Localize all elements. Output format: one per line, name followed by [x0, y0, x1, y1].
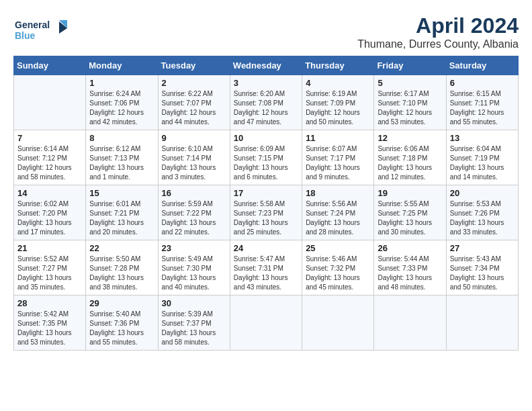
day-info: Sunrise: 5:40 AM Sunset: 7:36 PM Dayligh…	[89, 310, 154, 347]
week-row-3: 14Sunrise: 6:02 AM Sunset: 7:20 PM Dayli…	[14, 185, 519, 240]
calendar-cell: 10Sunrise: 6:09 AM Sunset: 7:15 PM Dayli…	[230, 130, 302, 185]
week-row-2: 7Sunrise: 6:14 AM Sunset: 7:12 PM Daylig…	[14, 130, 519, 185]
day-number: 24	[234, 243, 298, 253]
day-number: 12	[378, 133, 442, 143]
day-number: 28	[17, 298, 82, 308]
day-number: 7	[17, 133, 82, 143]
logo-text: General Blue	[13, 13, 74, 46]
calendar-cell: 21Sunrise: 5:52 AM Sunset: 7:27 PM Dayli…	[14, 240, 86, 295]
day-info: Sunrise: 5:43 AM Sunset: 7:34 PM Dayligh…	[450, 255, 515, 292]
day-info: Sunrise: 5:52 AM Sunset: 7:27 PM Dayligh…	[17, 255, 82, 292]
day-number: 17	[234, 188, 298, 198]
day-info: Sunrise: 5:55 AM Sunset: 7:25 PM Dayligh…	[378, 199, 442, 237]
svg-text:General: General	[15, 19, 50, 30]
day-number: 6	[450, 78, 515, 88]
calendar-cell: 14Sunrise: 6:02 AM Sunset: 7:20 PM Dayli…	[14, 185, 86, 240]
day-info: Sunrise: 5:49 AM Sunset: 7:30 PM Dayligh…	[162, 255, 226, 292]
calendar-cell: 19Sunrise: 5:55 AM Sunset: 7:25 PM Dayli…	[374, 185, 446, 240]
calendar-cell: 26Sunrise: 5:44 AM Sunset: 7:33 PM Dayli…	[374, 240, 446, 295]
day-info: Sunrise: 5:59 AM Sunset: 7:22 PM Dayligh…	[162, 199, 226, 237]
day-info: Sunrise: 5:46 AM Sunset: 7:32 PM Dayligh…	[306, 255, 370, 292]
day-number: 10	[234, 133, 298, 143]
day-info: Sunrise: 6:20 AM Sunset: 7:08 PM Dayligh…	[234, 89, 298, 127]
calendar-cell: 7Sunrise: 6:14 AM Sunset: 7:12 PM Daylig…	[14, 130, 86, 185]
calendar-cell: 3Sunrise: 6:20 AM Sunset: 7:08 PM Daylig…	[230, 75, 302, 130]
day-info: Sunrise: 6:09 AM Sunset: 7:15 PM Dayligh…	[234, 144, 298, 182]
day-info: Sunrise: 6:19 AM Sunset: 7:09 PM Dayligh…	[306, 89, 370, 127]
calendar-cell: 1Sunrise: 6:24 AM Sunset: 7:06 PM Daylig…	[86, 75, 158, 130]
day-info: Sunrise: 6:02 AM Sunset: 7:20 PM Dayligh…	[17, 199, 82, 237]
subtitle: Thumane, Durres County, Albania	[357, 38, 519, 50]
day-info: Sunrise: 6:14 AM Sunset: 7:12 PM Dayligh…	[17, 144, 82, 182]
day-number: 11	[306, 133, 370, 143]
week-row-5: 28Sunrise: 5:42 AM Sunset: 7:35 PM Dayli…	[14, 295, 519, 351]
calendar-cell: 12Sunrise: 6:06 AM Sunset: 7:18 PM Dayli…	[374, 130, 446, 185]
calendar-cell	[374, 295, 446, 351]
day-info: Sunrise: 6:22 AM Sunset: 7:07 PM Dayligh…	[162, 89, 226, 127]
day-number: 1	[89, 78, 154, 88]
calendar-cell	[302, 295, 374, 351]
day-info: Sunrise: 5:39 AM Sunset: 7:37 PM Dayligh…	[162, 310, 226, 347]
calendar-cell: 11Sunrise: 6:07 AM Sunset: 7:17 PM Dayli…	[302, 130, 374, 185]
day-number: 30	[162, 298, 226, 308]
header-thursday: Thursday	[302, 56, 374, 75]
calendar-cell: 2Sunrise: 6:22 AM Sunset: 7:07 PM Daylig…	[158, 75, 230, 130]
calendar-cell: 9Sunrise: 6:10 AM Sunset: 7:14 PM Daylig…	[158, 130, 230, 185]
day-number: 26	[378, 243, 442, 253]
day-number: 9	[162, 133, 226, 143]
day-info: Sunrise: 5:42 AM Sunset: 7:35 PM Dayligh…	[17, 310, 82, 347]
day-info: Sunrise: 5:53 AM Sunset: 7:26 PM Dayligh…	[450, 199, 515, 237]
calendar-cell: 23Sunrise: 5:49 AM Sunset: 7:30 PM Dayli…	[158, 240, 230, 295]
logo: General Blue	[13, 13, 74, 46]
calendar-cell: 4Sunrise: 6:19 AM Sunset: 7:09 PM Daylig…	[302, 75, 374, 130]
day-info: Sunrise: 6:15 AM Sunset: 7:11 PM Dayligh…	[450, 89, 515, 127]
day-number: 19	[378, 188, 442, 198]
day-info: Sunrise: 6:10 AM Sunset: 7:14 PM Dayligh…	[162, 144, 226, 182]
week-row-1: 1Sunrise: 6:24 AM Sunset: 7:06 PM Daylig…	[14, 75, 519, 130]
main-title: April 2024	[357, 13, 519, 38]
day-number: 13	[450, 133, 515, 143]
day-number: 25	[306, 243, 370, 253]
header-friday: Friday	[374, 56, 446, 75]
day-info: Sunrise: 6:24 AM Sunset: 7:06 PM Dayligh…	[89, 89, 154, 127]
calendar-cell: 8Sunrise: 6:12 AM Sunset: 7:13 PM Daylig…	[86, 130, 158, 185]
day-info: Sunrise: 6:07 AM Sunset: 7:17 PM Dayligh…	[306, 144, 370, 182]
header-monday: Monday	[86, 56, 158, 75]
day-number: 27	[450, 243, 515, 253]
day-number: 4	[306, 78, 370, 88]
title-section: April 2024 Thumane, Durres County, Alban…	[357, 13, 519, 50]
weekday-header-row: Sunday Monday Tuesday Wednesday Thursday…	[14, 56, 519, 75]
calendar-cell: 6Sunrise: 6:15 AM Sunset: 7:11 PM Daylig…	[446, 75, 518, 130]
calendar-cell: 30Sunrise: 5:39 AM Sunset: 7:37 PM Dayli…	[158, 295, 230, 351]
page-header: General Blue April 2024 Thumane, Durres …	[13, 13, 519, 50]
calendar-cell: 25Sunrise: 5:46 AM Sunset: 7:32 PM Dayli…	[302, 240, 374, 295]
day-number: 23	[162, 243, 226, 253]
calendar-cell: 28Sunrise: 5:42 AM Sunset: 7:35 PM Dayli…	[14, 295, 86, 351]
calendar-table: Sunday Monday Tuesday Wednesday Thursday…	[13, 56, 519, 351]
calendar-cell: 13Sunrise: 6:04 AM Sunset: 7:19 PM Dayli…	[446, 130, 518, 185]
svg-text:Blue: Blue	[15, 30, 36, 41]
day-info: Sunrise: 5:50 AM Sunset: 7:28 PM Dayligh…	[89, 255, 154, 292]
calendar-cell: 27Sunrise: 5:43 AM Sunset: 7:34 PM Dayli…	[446, 240, 518, 295]
calendar-cell	[446, 295, 518, 351]
day-number: 14	[17, 188, 82, 198]
day-info: Sunrise: 5:56 AM Sunset: 7:24 PM Dayligh…	[306, 199, 370, 237]
week-row-4: 21Sunrise: 5:52 AM Sunset: 7:27 PM Dayli…	[14, 240, 519, 295]
day-info: Sunrise: 6:12 AM Sunset: 7:13 PM Dayligh…	[89, 144, 154, 182]
calendar-cell: 16Sunrise: 5:59 AM Sunset: 7:22 PM Dayli…	[158, 185, 230, 240]
day-number: 20	[450, 188, 515, 198]
day-number: 21	[17, 243, 82, 253]
day-number: 15	[89, 188, 154, 198]
header-sunday: Sunday	[14, 56, 86, 75]
day-number: 8	[89, 133, 154, 143]
calendar-cell: 17Sunrise: 5:58 AM Sunset: 7:23 PM Dayli…	[230, 185, 302, 240]
calendar-cell: 20Sunrise: 5:53 AM Sunset: 7:26 PM Dayli…	[446, 185, 518, 240]
day-number: 2	[162, 78, 226, 88]
day-number: 5	[378, 78, 442, 88]
calendar-cell	[14, 75, 86, 130]
calendar-cell: 22Sunrise: 5:50 AM Sunset: 7:28 PM Dayli…	[86, 240, 158, 295]
calendar-cell	[230, 295, 302, 351]
header-wednesday: Wednesday	[230, 56, 302, 75]
calendar-cell: 24Sunrise: 5:47 AM Sunset: 7:31 PM Dayli…	[230, 240, 302, 295]
day-number: 29	[89, 298, 154, 308]
